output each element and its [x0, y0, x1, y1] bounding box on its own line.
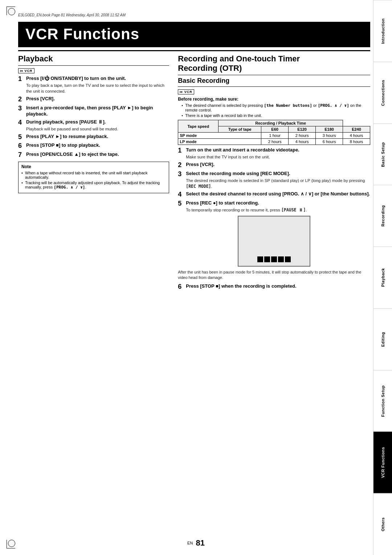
- table-sp-e60: 1 hour: [261, 133, 289, 139]
- basic-recording-heading: Basic Recording: [178, 77, 370, 85]
- table-header-tape-speed: Tape speed: [178, 120, 219, 133]
- main-content: VCR Functions Playback ↦ VCR 1 Press [I/…: [18, 22, 370, 537]
- before-rec-item-1: The desired channel is selected by press…: [181, 103, 370, 112]
- table-subheader-e60: E60: [261, 126, 289, 133]
- rec-step-6-title: Press [STOP ■] when the recording is com…: [186, 283, 370, 289]
- playback-rule: [18, 65, 169, 66]
- sidebar-tab-introduction[interactable]: Introduction: [373, 0, 392, 62]
- page-title: VCR Functions: [18, 22, 370, 47]
- rec-step-3-body: The desired recording mode is selected i…: [186, 178, 370, 189]
- vcr-icon-left: ↦ VCR: [18, 68, 34, 73]
- note-box: Note When a tape without record tab is i…: [18, 162, 169, 193]
- step-1: 1 Press [I/⏻ ON/STANDBY] to turn on the …: [18, 76, 169, 94]
- vcr-icon-arrow-right: ↦: [180, 90, 183, 94]
- rec-step-5-title: Press [REC ●] to start recording.: [186, 200, 370, 206]
- screen-sq-5: [285, 256, 291, 262]
- table-subheader-type: Type of tape: [219, 126, 261, 133]
- recording-table: Tape speed Recording / Playback Time Typ…: [178, 120, 370, 145]
- step-4-title: During playback, press [PAUSE ⏸].: [26, 119, 169, 125]
- screen-squares: [257, 256, 291, 262]
- step-5: 5 Press [PLAY ►] to resume playback.: [18, 134, 169, 141]
- step-7-title: Press [OPEN/CLOSE ▲] to eject the tape.: [26, 151, 169, 158]
- table-subheader-e180: E180: [316, 126, 343, 133]
- sidebar-tab-recording[interactable]: Recording: [373, 185, 392, 247]
- recording-section: Recording and One-touch TimerRecording (…: [178, 54, 370, 292]
- rec-step-1-title: Turn on the unit and insert a recordable…: [186, 147, 370, 153]
- playback-section: Playback ↦ VCR 1 Press [I/⏻ ON/STANDBY] …: [18, 54, 169, 292]
- step-1-body: To play back a tape, turn on the TV and …: [26, 82, 169, 94]
- sidebar-tab-basic-setup[interactable]: Basic Setup: [373, 123, 392, 185]
- en-label: EN: [187, 541, 193, 545]
- step-4: 4 During playback, press [PAUSE ⏸]. Play…: [18, 119, 169, 132]
- step-2: 2 Press [VCR].: [18, 96, 169, 103]
- screen-sq-1: [257, 256, 263, 262]
- two-col-layout: Playback ↦ VCR 1 Press [I/⏻ ON/STANDBY] …: [18, 54, 370, 292]
- table-row-sp-label: SP mode: [178, 133, 261, 139]
- file-info: E3LG0ED_EN.book Page 81 Wednesday, April…: [18, 13, 370, 17]
- screen-sq-2: [264, 256, 270, 262]
- rec-step-1-body: Make sure that the TV input is set on th…: [186, 154, 370, 160]
- table-lp-e240: 8 hours: [343, 139, 370, 145]
- rec-step-1: 1 Turn on the unit and insert a recordab…: [178, 147, 370, 160]
- step-6-title: Press [STOP ■] to stop playback.: [26, 142, 169, 149]
- vcr-icon-arrow: ↦: [20, 69, 23, 73]
- note-item-2: Tracking will be automatically adjusted …: [21, 181, 166, 190]
- right-sidebar: Introduction Connections Basic Setup Rec…: [373, 0, 392, 555]
- rec-step-3-title: Select the recording mode using [REC MOD…: [186, 171, 370, 177]
- note-item-1: When a tape without record tab is insert…: [21, 171, 166, 179]
- before-rec-item-2: There is a tape with a record tab in the…: [181, 113, 370, 118]
- sidebar-tab-function-setup[interactable]: Function Setup: [373, 370, 392, 432]
- sidebar-tab-connections[interactable]: Connections: [373, 62, 392, 123]
- recording-rule: [178, 75, 370, 75]
- rec-step-3: 3 Select the recording mode using [REC M…: [178, 171, 370, 189]
- basic-rec-rule: [178, 86, 370, 87]
- table-subheader-e120: E120: [289, 126, 316, 133]
- title-rule: [18, 50, 370, 51]
- circle-mark-tl: [8, 8, 15, 15]
- table-lp-e120: 4 hours: [289, 139, 316, 145]
- recording-heading: Recording and One-touch TimerRecording (…: [178, 54, 370, 73]
- table-row-lp-label: LP mode: [178, 139, 261, 145]
- table-lp-e60: 2 hours: [261, 139, 289, 145]
- rec-step-5-body: To temporarily stop recording or to resu…: [186, 207, 370, 213]
- circle-mark-bl: [8, 540, 15, 547]
- table-lp-e180: 6 hours: [316, 139, 343, 145]
- table-header-recording-time: Recording / Playback Time: [219, 120, 343, 126]
- rec-step-2-title: Press [VCR].: [186, 162, 370, 168]
- rec-step-4-title: Select the desired channel to record usi…: [186, 191, 370, 197]
- screen-caption: After the unit has been in pause mode fo…: [178, 270, 370, 281]
- sidebar-tab-playback[interactable]: Playback: [373, 247, 392, 308]
- sidebar-tab-others[interactable]: Others: [373, 493, 392, 555]
- table-sp-e120: 2 hours: [289, 133, 316, 139]
- before-rec-list: The desired channel is selected by press…: [178, 103, 370, 118]
- table-sp-e180: 3 hours: [316, 133, 343, 139]
- rec-step-2: 2 Press [VCR].: [178, 162, 370, 169]
- step-7: 7 Press [OPEN/CLOSE ▲] to eject the tape…: [18, 151, 169, 159]
- step-3-title: Insert a pre-recorded tape, then press […: [26, 105, 169, 117]
- note-label: Note: [21, 164, 166, 169]
- step-6: 6 Press [STOP ■] to stop playback.: [18, 142, 169, 150]
- before-rec-label: Before recording, make sure:: [178, 97, 370, 102]
- sidebar-tab-vcr-functions[interactable]: VCR Functions: [373, 432, 392, 493]
- rec-step-4: 4 Select the desired channel to record u…: [178, 191, 370, 198]
- screen-sq-4: [278, 256, 284, 262]
- rec-step-6: 6 Press [STOP ■] when the recording is c…: [178, 283, 370, 291]
- page-num: 81: [196, 538, 204, 548]
- rec-step-5: 5 Press [REC ●] to start recording. To t…: [178, 200, 370, 213]
- step-2-title: Press [VCR].: [26, 96, 169, 102]
- vcr-icon-right: ↦ VCR: [178, 89, 194, 94]
- page-number-bar: EN 81: [187, 538, 205, 548]
- step-4-body: Playback will be paused and sound will b…: [26, 126, 169, 132]
- table-subheader-e240: E240: [343, 126, 370, 133]
- sidebar-tab-editing[interactable]: Editing: [373, 308, 392, 370]
- playback-heading: Playback: [18, 54, 169, 64]
- table-sp-e240: 4 hours: [343, 133, 370, 139]
- step-5-title: Press [PLAY ►] to resume playback.: [26, 134, 169, 140]
- step-3: 3 Insert a pre-recorded tape, then press…: [18, 105, 169, 117]
- step-1-title: Press [I/⏻ ON/STANDBY] to turn on the un…: [26, 76, 169, 82]
- screen-display: [238, 216, 310, 267]
- screen-sq-3: [271, 256, 277, 262]
